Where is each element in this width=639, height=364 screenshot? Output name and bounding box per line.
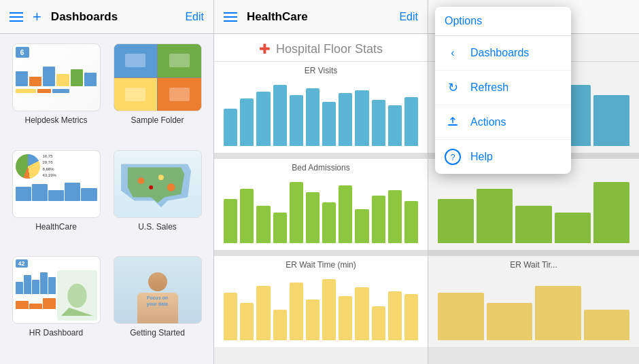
dashboard-item-healthcare[interactable]: 16,7529,768,68%43,19% HealthCare [10, 150, 103, 249]
svg-point-4 [67, 283, 86, 307]
bar [290, 182, 303, 243]
bar [388, 105, 402, 146]
svg-point-2 [167, 183, 175, 192]
options-actions-item[interactable]: Actions [435, 105, 571, 140]
helpdesk-thumbnail: 6 [12, 43, 101, 111]
bar [515, 206, 551, 243]
bar [306, 88, 320, 146]
bar [224, 109, 237, 146]
options-actions-label: Actions [470, 116, 506, 128]
refresh-icon: ↻ [445, 79, 461, 96]
healthcare-content: ✚ Hospital Floor Stats ER Visits [214, 34, 428, 364]
add-dashboard-icon[interactable]: + [33, 8, 41, 26]
bar [306, 192, 320, 243]
bar [224, 293, 237, 340]
hospital-floor-title: Hospital Floor Stats [276, 42, 383, 56]
er-visits-section: ER Visits [214, 61, 428, 153]
bar [438, 293, 484, 340]
dashboard-item-hr[interactable]: 42 [10, 256, 103, 354]
ussales-label: U.S. Sales [138, 222, 177, 232]
options-help-item[interactable]: ? Help [435, 140, 571, 174]
hr-badge: 42 [16, 259, 28, 267]
bar [322, 202, 336, 243]
ussales-map [114, 151, 201, 217]
bar [339, 185, 352, 243]
options-dropdown-title: Options [445, 15, 482, 27]
bar [306, 299, 320, 340]
bed-admissions-chart [221, 175, 421, 243]
bar [290, 283, 303, 340]
dashboards-edit-button[interactable]: Edit [185, 11, 204, 23]
bar [477, 189, 513, 243]
dashboards-title: Dashboards [51, 10, 118, 24]
helpdesk-label: Helpdesk Metrics [24, 115, 87, 125]
bar [273, 213, 287, 243]
dashboard-item-helpdesk[interactable]: 6 Helpdesk Metrics [10, 43, 103, 142]
helpdesk-bars [16, 59, 97, 86]
options-sep2 [428, 250, 639, 255]
healthcare-panel: HealthCare Edit ✚ Hospital Floor Stats E… [214, 0, 428, 364]
bar [240, 303, 254, 340]
svg-rect-5 [448, 124, 457, 126]
bar [404, 201, 418, 243]
back-chevron-icon: ‹ [445, 45, 461, 61]
started-thumbnail: Focus onyour data [114, 256, 202, 324]
bar [388, 291, 402, 340]
options-wait: ER Wait Tir... [428, 255, 639, 347]
hr-label: HR Dashboard [29, 328, 83, 338]
bar [372, 196, 385, 243]
options-refresh-item[interactable]: ↻ Refresh [435, 71, 571, 105]
bar [355, 90, 368, 146]
bar [240, 189, 254, 243]
hc-header-left: HealthCare [224, 10, 308, 24]
bar [322, 279, 336, 340]
ussales-thumbnail [114, 150, 202, 218]
bed-admissions-section: Bed Admissions [214, 158, 428, 250]
bar [593, 95, 629, 146]
header-left: + Dashboards [10, 8, 118, 26]
hospital-title-bar: ✚ Hospital Floor Stats [214, 34, 428, 61]
svg-point-1 [158, 175, 163, 180]
healthcare-pie-row: 16,7529,768,68%43,19% [16, 153, 97, 179]
bar [372, 306, 385, 340]
bar [273, 85, 287, 146]
actions-upload-icon [445, 114, 461, 130]
healthcare-thumbnail: 16,7529,768,68%43,19% [12, 150, 101, 218]
er-wait-chart [221, 272, 421, 340]
hc-menu-icon[interactable] [224, 12, 237, 22]
dashboard-item-started[interactable]: Focus onyour data Getting Started [111, 256, 204, 354]
helpdesk-badge: 6 [16, 47, 29, 58]
options-dashboards-label: Dashboards [470, 47, 529, 59]
dashboards-panel: + Dashboards Edit 6 [0, 0, 214, 364]
bar [224, 199, 237, 243]
healthcare-label: HealthCare [35, 222, 77, 232]
chart-separator-2 [214, 250, 428, 255]
started-label: Getting Started [130, 328, 185, 338]
er-wait-title: ER Wait Time (min) [221, 260, 421, 270]
bar [240, 98, 254, 146]
bar [584, 310, 630, 340]
dashboard-grid: 6 Helpdesk Metrics [0, 34, 213, 364]
bar [256, 206, 270, 243]
bar [322, 102, 336, 146]
svg-point-0 [137, 177, 144, 184]
help-question-icon: ? [445, 149, 461, 165]
chart-separator-1 [214, 153, 428, 158]
er-visits-chart [221, 78, 421, 146]
healthcare-small-bars [16, 181, 97, 201]
bar [404, 97, 418, 146]
options-bed-bars [435, 175, 632, 243]
medical-star-icon: ✚ [259, 41, 271, 57]
bar [256, 92, 270, 146]
healthcare-edit-button[interactable]: Edit [399, 11, 418, 23]
options-dashboards-item[interactable]: ‹ Dashboards [435, 36, 571, 71]
menu-icon[interactable] [10, 12, 23, 22]
bar [438, 199, 474, 243]
dashboard-item-sample[interactable]: Sample Folder [111, 43, 204, 142]
bar [339, 93, 352, 146]
options-dropdown-header: Options [435, 7, 571, 36]
dashboard-item-ussales[interactable]: U.S. Sales [111, 150, 204, 249]
bar [290, 95, 303, 146]
bar [256, 286, 270, 340]
bar [372, 100, 385, 146]
